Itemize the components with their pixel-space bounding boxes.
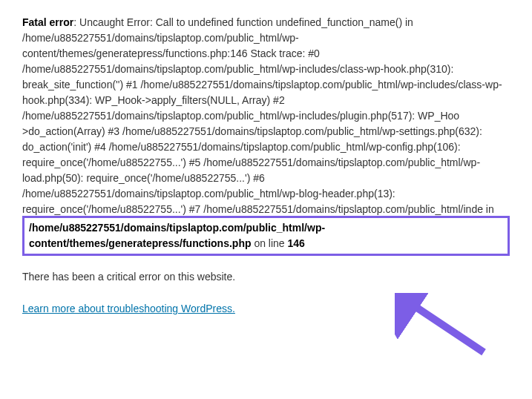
highlighted-path-box: /home/u885227551/domains/tipslaptop.com/… <box>22 216 510 256</box>
error-line-number: 146 <box>288 237 305 249</box>
on-line-text: on line <box>252 237 288 249</box>
fatal-error-label: Fatal error <box>22 16 73 28</box>
troubleshooting-link[interactable]: Learn more about troubleshooting WordPre… <box>22 303 235 314</box>
error-stack-trace: Uncaught Error: Call to undefined functi… <box>22 16 502 215</box>
fatal-error-block: Fatal error: Uncaught Error: Call to und… <box>22 15 510 256</box>
critical-error-message: There has been a critical error on this … <box>22 269 510 285</box>
error-separator: : <box>73 16 79 28</box>
annotation-arrow <box>395 293 491 360</box>
svg-line-1 <box>406 300 484 352</box>
